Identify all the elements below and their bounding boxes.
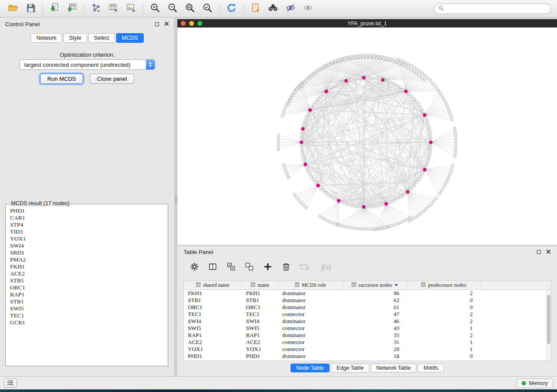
leaf-node[interactable] bbox=[454, 141, 457, 144]
dominator-node[interactable] bbox=[423, 168, 426, 171]
ring-node[interactable] bbox=[393, 199, 395, 202]
dominator-node[interactable] bbox=[325, 90, 328, 93]
column-header-shared-name[interactable]: shared name bbox=[184, 281, 242, 289]
ring-node[interactable] bbox=[419, 107, 422, 109]
leaf-node[interactable] bbox=[284, 167, 286, 170]
leaf-node[interactable] bbox=[406, 62, 409, 65]
leaf-node[interactable] bbox=[397, 222, 399, 225]
leaf-node[interactable] bbox=[449, 112, 451, 114]
zoom-in-button[interactable] bbox=[146, 2, 164, 16]
ring-node[interactable] bbox=[419, 175, 422, 178]
leaf-node[interactable] bbox=[325, 219, 327, 221]
leaf-node[interactable] bbox=[369, 56, 371, 58]
leaf-node[interactable] bbox=[440, 189, 443, 192]
table-scrollbar[interactable] bbox=[546, 290, 551, 361]
mcds-node-item[interactable]: ORC1 bbox=[10, 284, 163, 291]
leaf-node[interactable] bbox=[450, 115, 452, 117]
leaf-node[interactable] bbox=[384, 226, 386, 228]
leaf-node[interactable] bbox=[346, 58, 348, 61]
leaf-node[interactable] bbox=[438, 193, 441, 195]
leaf-node[interactable] bbox=[302, 204, 305, 207]
leaf-node[interactable] bbox=[394, 224, 396, 226]
leaf-node[interactable] bbox=[372, 56, 375, 58]
leaf-node[interactable] bbox=[454, 131, 457, 133]
leaf-node[interactable] bbox=[298, 199, 300, 202]
leaf-node[interactable] bbox=[398, 62, 401, 65]
function-builder-button[interactable]: f(x) bbox=[315, 260, 336, 274]
leaf-node[interactable] bbox=[451, 164, 454, 167]
float-panel-icon[interactable] bbox=[155, 22, 159, 26]
ring-node[interactable] bbox=[421, 172, 424, 175]
ring-node[interactable] bbox=[303, 159, 305, 162]
dominator-node[interactable] bbox=[381, 78, 384, 81]
ring-node[interactable] bbox=[429, 134, 432, 136]
mcds-node-item[interactable]: YOX1 bbox=[10, 235, 163, 242]
splitter-grip-icon[interactable] bbox=[175, 194, 177, 204]
leaf-node[interactable] bbox=[387, 225, 390, 227]
leaf-node[interactable] bbox=[365, 56, 368, 58]
table-cell[interactable]: 62 bbox=[343, 297, 407, 304]
dominator-node[interactable] bbox=[406, 190, 409, 193]
leaf-node[interactable] bbox=[331, 221, 334, 224]
ring-node[interactable] bbox=[396, 84, 398, 87]
ring-node[interactable] bbox=[429, 148, 432, 151]
tab-network[interactable]: Network bbox=[31, 33, 62, 43]
ring-node[interactable] bbox=[307, 169, 309, 172]
leaf-node[interactable] bbox=[277, 138, 280, 140]
ring-node[interactable] bbox=[415, 101, 418, 103]
ring-node[interactable] bbox=[411, 187, 413, 189]
ring-node[interactable] bbox=[354, 77, 356, 80]
ring-node[interactable] bbox=[301, 148, 303, 151]
mcds-node-item[interactable]: RAP1 bbox=[10, 291, 163, 298]
leaf-node[interactable] bbox=[333, 60, 336, 62]
leaf-node[interactable] bbox=[337, 59, 339, 62]
leaf-node[interactable] bbox=[277, 148, 280, 151]
leaf-node[interactable] bbox=[404, 65, 407, 68]
search-input[interactable] bbox=[446, 6, 547, 12]
table-cell[interactable]: dominator bbox=[278, 318, 343, 325]
table-cell[interactable]: 29 bbox=[343, 346, 407, 353]
zoom-fit-button[interactable] bbox=[181, 2, 199, 16]
leaf-node[interactable] bbox=[281, 114, 284, 117]
table-cell[interactable]: dominator bbox=[278, 304, 343, 311]
leaf-node[interactable] bbox=[454, 151, 457, 154]
dominator-node[interactable] bbox=[423, 113, 426, 117]
ring-node[interactable] bbox=[399, 86, 402, 89]
leaf-node[interactable] bbox=[430, 203, 433, 205]
leaf-node[interactable] bbox=[343, 225, 346, 228]
table-cell[interactable]: RAP1 bbox=[184, 332, 242, 339]
table-cell[interactable]: 1 bbox=[407, 325, 481, 332]
export-table-button[interactable] bbox=[105, 2, 122, 16]
leaf-node[interactable] bbox=[446, 105, 449, 108]
ring-node[interactable] bbox=[393, 83, 395, 86]
ring-node[interactable] bbox=[402, 194, 405, 196]
ring-node[interactable] bbox=[333, 197, 336, 200]
ring-node[interactable] bbox=[427, 159, 429, 162]
ring-node[interactable] bbox=[325, 192, 327, 194]
table-cell[interactable]: 61 bbox=[343, 304, 407, 311]
ring-node[interactable] bbox=[337, 83, 339, 86]
leaf-node[interactable] bbox=[327, 63, 330, 65]
leaf-node[interactable] bbox=[277, 144, 280, 147]
import-network-button[interactable] bbox=[46, 2, 63, 16]
ring-node[interactable] bbox=[319, 95, 322, 98]
leaf-node[interactable] bbox=[421, 76, 423, 79]
table-cell[interactable]: connector bbox=[278, 339, 343, 346]
leaf-node[interactable] bbox=[319, 69, 322, 72]
refresh-layout-button[interactable] bbox=[223, 2, 240, 16]
table-cell[interactable]: RAP1 bbox=[242, 332, 278, 339]
ring-node[interactable] bbox=[350, 204, 353, 206]
ring-node[interactable] bbox=[300, 144, 303, 147]
leaf-node[interactable] bbox=[306, 79, 308, 82]
leaf-node[interactable] bbox=[299, 87, 301, 89]
leaf-node[interactable] bbox=[359, 56, 361, 58]
ring-node[interactable] bbox=[330, 86, 333, 89]
ring-node[interactable] bbox=[310, 175, 313, 178]
leaf-node[interactable] bbox=[433, 84, 436, 87]
leaf-node[interactable] bbox=[439, 93, 442, 96]
leaf-node[interactable] bbox=[431, 82, 434, 84]
float-panel-icon[interactable] bbox=[537, 250, 541, 254]
column-header-predecessor-nodes[interactable]: predecessor nodes bbox=[407, 281, 481, 289]
leaf-node[interactable] bbox=[322, 217, 324, 220]
leaf-node[interactable] bbox=[423, 79, 426, 81]
